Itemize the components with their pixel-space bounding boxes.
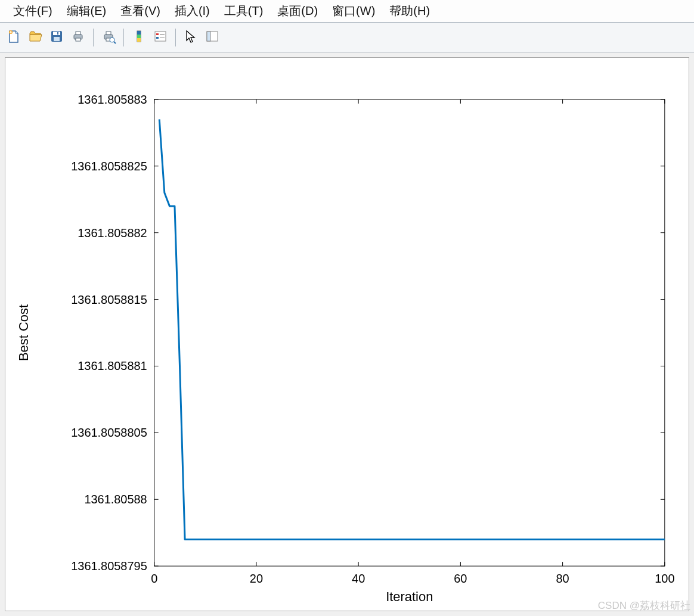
y-tick-label: 1361.805881: [78, 359, 147, 372]
x-tick-label: 100: [655, 572, 674, 585]
svg-rect-16: [155, 32, 166, 41]
figure-frame: 0204060801001361.80587951361.805881361.8…: [5, 57, 689, 611]
colorbar-icon: [132, 29, 146, 46]
open-file-button[interactable]: [26, 29, 44, 46]
svg-rect-22: [207, 32, 210, 41]
menu-help[interactable]: 帮助(H): [382, 3, 437, 19]
svg-rect-4: [57, 32, 58, 35]
svg-rect-13: [137, 31, 141, 35]
new-file-button[interactable]: [5, 29, 23, 46]
save-icon: [49, 29, 64, 46]
print-icon: [71, 29, 85, 46]
menu-insert[interactable]: 插入(I): [168, 3, 217, 19]
y-tick-label: 1361.805883: [78, 93, 147, 106]
menu-window[interactable]: 窗口(W): [325, 3, 382, 19]
x-tick-label: 0: [151, 572, 157, 585]
y-tick-label: 1361.8058825: [71, 160, 147, 173]
menu-desktop[interactable]: 桌面(D): [270, 3, 325, 19]
svg-rect-14: [137, 35, 141, 38]
y-tick-label: 1361.8058805: [71, 426, 147, 439]
print-preview-button[interactable]: [100, 29, 117, 46]
print-preview-icon: [101, 29, 116, 46]
toolbar-separator: [123, 29, 124, 46]
x-tick-label: 80: [556, 572, 569, 585]
colorbar-button[interactable]: [130, 29, 148, 46]
pointer-icon: [184, 29, 198, 46]
inspector-icon: [205, 29, 219, 46]
svg-rect-6: [76, 32, 80, 35]
svg-rect-2: [53, 32, 60, 35]
x-tick-label: 40: [352, 572, 365, 585]
x-tick-label: 20: [250, 572, 263, 585]
svg-rect-18: [156, 37, 159, 39]
legend-button[interactable]: [151, 29, 169, 46]
svg-rect-3: [54, 37, 60, 41]
figure-panel: 0204060801001361.80587951361.805881361.8…: [0, 52, 694, 616]
y-tick-label: 1361.80588: [84, 493, 147, 506]
toolbar-separator: [93, 29, 94, 46]
svg-rect-17: [156, 33, 159, 35]
menu-edit[interactable]: 编辑(E): [60, 3, 114, 19]
y-tick-label: 1361.8058795: [71, 559, 147, 573]
x-tick-label: 60: [454, 572, 467, 585]
save-button[interactable]: [48, 29, 66, 46]
legend-icon: [153, 29, 168, 46]
watermark: CSDN @荔枝科研社: [598, 599, 690, 612]
y-tick-label: 1361.8058815: [71, 293, 147, 306]
svg-point-11: [110, 38, 114, 42]
y-tick-label: 1361.805882: [78, 226, 147, 239]
x-axis-label: Iteration: [386, 589, 433, 604]
menu-bar: 文件(F) 编辑(E) 查看(V) 插入(I) 工具(T) 桌面(D) 窗口(W…: [0, 0, 694, 23]
svg-rect-9: [106, 32, 111, 35]
menu-file[interactable]: 文件(F): [6, 3, 60, 19]
y-axis-label: Best Cost: [16, 304, 31, 361]
menu-view[interactable]: 查看(V): [113, 3, 168, 19]
new-file-icon: [7, 29, 21, 46]
pointer-button[interactable]: [182, 29, 200, 46]
inspector-button[interactable]: [203, 29, 221, 46]
tool-bar: [0, 23, 694, 52]
print-button[interactable]: [69, 29, 87, 46]
open-folder-icon: [28, 29, 42, 46]
svg-rect-15: [137, 38, 141, 42]
svg-rect-7: [76, 38, 80, 41]
svg-rect-23: [154, 99, 665, 566]
toolbar-separator: [175, 29, 176, 46]
menu-tools[interactable]: 工具(T): [217, 3, 271, 19]
axes[interactable]: 0204060801001361.80587951361.805881361.8…: [5, 58, 689, 611]
